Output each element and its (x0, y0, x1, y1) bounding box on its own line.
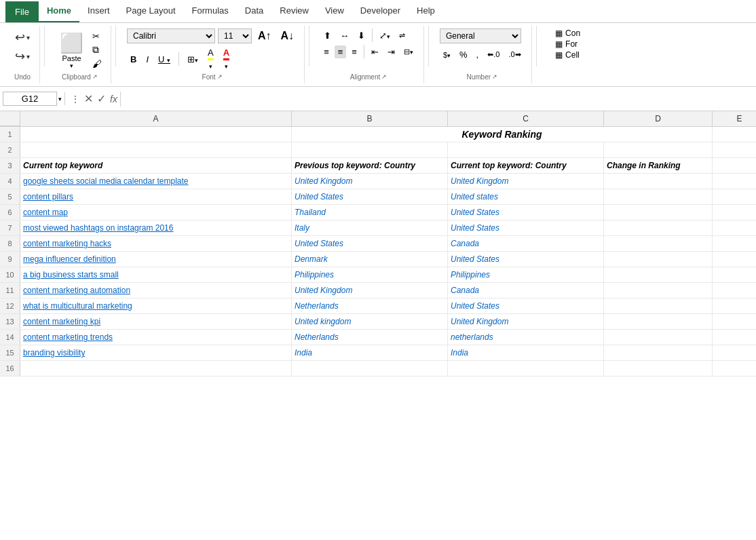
link-a7[interactable]: most viewed hashtags on instagram 2016 (23, 223, 173, 233)
cell-d9[interactable] (604, 252, 713, 267)
link-a13[interactable]: content marketing kpi (23, 317, 100, 326)
cell-c8[interactable]: Canada (448, 236, 604, 251)
cell-b16[interactable] (292, 361, 448, 376)
row-num-4[interactable]: 4 (0, 174, 20, 189)
cell-b6[interactable]: Thailand (292, 205, 448, 220)
cell-a16[interactable] (20, 361, 292, 376)
link-b12[interactable]: Netherlands (295, 301, 339, 311)
cell-a12[interactable]: what is multicultural marketing (20, 298, 292, 313)
link-a4[interactable]: google sheets social media calendar temp… (23, 176, 188, 186)
cell-c7[interactable]: United States (448, 220, 604, 235)
cell-d3[interactable]: Change in Ranking (604, 158, 713, 173)
number-expand-icon[interactable]: ↗ (492, 73, 497, 80)
clipboard-expand-icon[interactable]: ↗ (92, 73, 98, 80)
cell-b14[interactable]: Netherlands (292, 330, 448, 345)
cell-e3[interactable] (713, 158, 756, 173)
fill-color-button[interactable]: A ▾ (204, 46, 217, 72)
cell-b2[interactable] (292, 142, 448, 157)
cell-c12[interactable]: United States (448, 298, 604, 313)
cell-e7[interactable] (713, 220, 756, 235)
cell-c13[interactable]: United Kingdom (448, 314, 604, 329)
cell-b13[interactable]: United kingdom (292, 314, 448, 329)
cell-b11[interactable]: United Kingdom (292, 283, 448, 298)
decrease-decimal-button[interactable]: ⬅.0 (484, 49, 503, 60)
cell-e4[interactable] (713, 174, 756, 189)
cell-b10[interactable]: Philippines (292, 267, 448, 282)
col-header-a[interactable]: A (20, 111, 292, 126)
cell-d1[interactable] (713, 127, 756, 142)
cell-b15[interactable]: India (292, 345, 448, 360)
cell-a9[interactable]: mega influencer definition (20, 252, 292, 267)
increase-indent-button[interactable]: ⇥ (384, 45, 398, 58)
col-header-e[interactable]: E (713, 111, 756, 126)
cell-e14[interactable] (713, 330, 756, 345)
cell-a4[interactable]: google sheets social media calendar temp… (20, 174, 292, 189)
cell-c10[interactable]: Philippines (448, 267, 604, 282)
link-c7[interactable]: United States (451, 223, 499, 233)
conditional-formatting-btn[interactable]: ▦ Con (555, 28, 580, 38)
link-b7[interactable]: Italy (295, 223, 309, 233)
tab-formulas[interactable]: Formulas (184, 0, 237, 22)
row-num-11[interactable]: 11 (0, 283, 20, 298)
format-as-table-btn[interactable]: ▦ For (555, 39, 578, 49)
cell-e2[interactable] (713, 142, 756, 157)
tab-data[interactable]: Data (237, 0, 271, 22)
align-left-button[interactable]: ≡ (320, 45, 333, 58)
link-a15[interactable]: branding visibility (23, 348, 85, 358)
increase-decimal-button[interactable]: .0➡ (505, 49, 524, 60)
cell-c3[interactable]: Current top keyword: Country (448, 158, 604, 173)
row-num-13[interactable]: 13 (0, 314, 20, 329)
insert-function-icon[interactable]: fx (110, 94, 117, 104)
cell-a11[interactable]: content marketing automation (20, 283, 292, 298)
tab-review[interactable]: Review (271, 0, 317, 22)
row-num-14[interactable]: 14 (0, 330, 20, 345)
link-a12[interactable]: what is multicultural marketing (23, 301, 132, 311)
font-family-select[interactable]: Calibri Arial Times New Roman (127, 28, 215, 43)
link-c5[interactable]: United states (451, 192, 498, 201)
cell-d14[interactable] (604, 330, 713, 345)
tab-insert[interactable]: Insert (79, 0, 118, 22)
cell-b8[interactable]: United States (292, 236, 448, 251)
cell-c4[interactable]: United Kingdom (448, 174, 604, 189)
link-c14[interactable]: netherlands (451, 332, 493, 342)
paste-button[interactable]: ⬜ Paste ▾ (56, 31, 88, 71)
cell-d2[interactable] (604, 142, 713, 157)
tab-view[interactable]: View (317, 0, 352, 22)
tab-page-layout[interactable]: Page Layout (118, 0, 184, 22)
row-num-6[interactable]: 6 (0, 205, 20, 220)
link-b11[interactable]: United Kingdom (295, 286, 352, 295)
borders-button[interactable]: ⊞▾ (184, 53, 202, 66)
link-b10[interactable]: Philippines (295, 270, 334, 279)
cell-b4[interactable]: United Kingdom (292, 174, 448, 189)
align-middle-button[interactable]: ↔ (337, 29, 352, 42)
link-b15[interactable]: India (295, 348, 312, 358)
cell-c6[interactable]: United States (448, 205, 604, 220)
name-box-dropdown[interactable]: ▾ (58, 96, 62, 102)
accounting-format-button[interactable]: $▾ (440, 50, 454, 60)
link-a5[interactable]: content pillars (23, 192, 73, 201)
row-num-16[interactable]: 16 (0, 361, 20, 376)
cell-b9[interactable]: Denmark (292, 252, 448, 267)
cell-c11[interactable]: Canada (448, 283, 604, 298)
font-color-button[interactable]: A ▾ (220, 46, 233, 72)
link-b5[interactable]: United States (295, 192, 343, 201)
font-size-select[interactable]: 11 10 12 14 (218, 28, 252, 43)
tab-developer[interactable]: Developer (352, 0, 409, 22)
decrease-font-button[interactable]: A↓ (278, 28, 298, 43)
link-c4[interactable]: United Kingdom (451, 176, 508, 186)
link-a6[interactable]: content map (23, 208, 68, 217)
cell-styles-btn[interactable]: ▦ Cell (555, 50, 580, 60)
row-num-8[interactable]: 8 (0, 236, 20, 251)
file-tab[interactable]: File (5, 1, 39, 22)
cell-e12[interactable] (713, 298, 756, 313)
underline-button[interactable]: U ▾ (155, 53, 174, 66)
undo-button[interactable]: ↩▾ (12, 28, 33, 46)
cell-a10[interactable]: a big business starts small (20, 267, 292, 282)
tab-help[interactable]: Help (409, 0, 443, 22)
link-a10[interactable]: a big business starts small (23, 270, 119, 279)
link-c12[interactable]: United States (451, 301, 499, 311)
cell-c5[interactable]: United states (448, 189, 604, 204)
cell-a15[interactable]: branding visibility (20, 345, 292, 360)
link-b4[interactable]: United Kingdom (295, 176, 352, 186)
cut-button[interactable]: ✂ (90, 31, 104, 42)
